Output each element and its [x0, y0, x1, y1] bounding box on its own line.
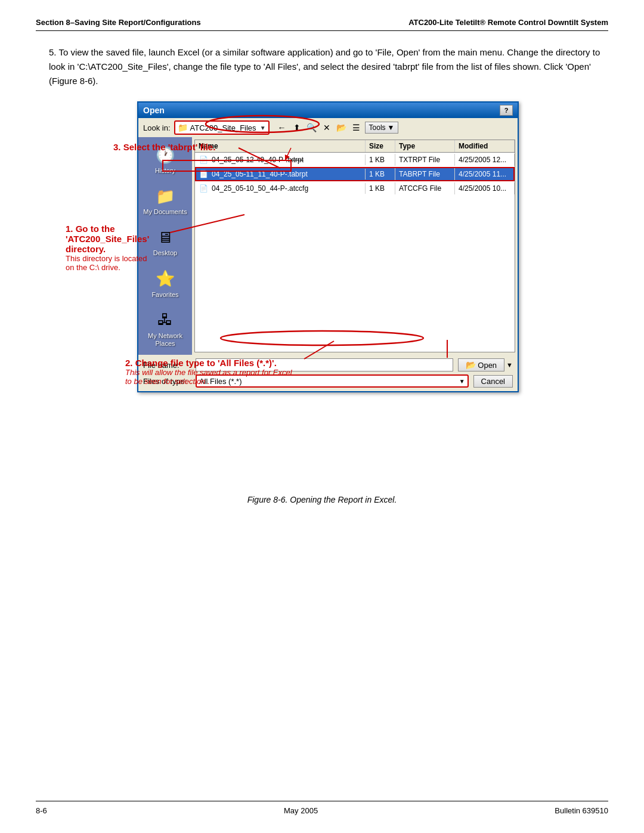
filename-text: 04_25_05-11_11_40-P-.tabrpt: [212, 170, 308, 178]
step1-path: 'ATC200_Site_Files': [66, 234, 149, 244]
footer-center: May 2005: [284, 806, 318, 815]
help-button[interactable]: ?: [500, 105, 513, 116]
tools-label: Tools: [369, 123, 386, 132]
look-in-value: ATC200_Site_Files: [190, 123, 258, 132]
open-label: Open: [478, 361, 497, 370]
step2-title: 2. Change file type to 'All Files (*.*)'…: [125, 358, 292, 368]
file-row-2[interactable]: 📄 04_25_05-10_50_44-P-.atccfg 1 KB ATCCF…: [195, 181, 515, 196]
file-row-0[interactable]: 📄 04_25_05-12-49_40-P-.txtrpt 1 KB TXTRP…: [195, 153, 515, 167]
file-type-1: TABRPT File: [395, 168, 455, 180]
file-row-icon-1: 📄: [197, 170, 209, 178]
file-list: 📄 04_25_05-12-49_40-P-.txtrpt 1 KB TXTRP…: [195, 153, 515, 352]
toolbar-icons: ← ⬆ 🔍 ✕ 📂 ☰ Tools ▼: [275, 121, 399, 134]
search-icon[interactable]: 🔍: [305, 121, 318, 134]
dialog-titlebar: Open ?: [138, 103, 518, 118]
col-size: Size: [366, 140, 395, 152]
step5-body: To view the saved file, launch Excel (or…: [49, 47, 600, 86]
header-left: Section 8–Saving Site Report/Configurati…: [36, 18, 201, 27]
place-item-my-documents[interactable]: 📁 My Documents: [141, 183, 189, 218]
col-name: Name: [195, 140, 366, 152]
file-list-header: Name Size Type Modified: [195, 140, 515, 153]
file-name-0: 04_25_05-12-49_40-P-.txtrpt: [209, 154, 366, 165]
file-name-2: 04_25_05-10_50_44-P-.atccfg: [209, 183, 366, 194]
header-right: ATC200-Lite Teletilt® Remote Control Dow…: [408, 18, 608, 27]
step1-note1: This directory is located: [66, 254, 149, 263]
delete-icon[interactable]: ✕: [320, 121, 333, 134]
main-content: 5. To view the saved file, launch Excel …: [36, 45, 608, 801]
place-label-2: Desktop: [153, 249, 177, 257]
file-row-icon-0: 📄: [197, 156, 209, 164]
annotation-area: Open ? Look in: 📁 ATC200_Site_Files ▼: [66, 101, 578, 435]
file-row-icon-2: 📄: [197, 184, 209, 193]
place-label-4: My Network Places: [143, 332, 188, 348]
step3-text: 3. Select the 'tabrpt' file.: [113, 142, 215, 152]
open-button[interactable]: 📂 Open: [458, 358, 504, 371]
file-size-0: 1 KB: [366, 154, 395, 166]
step1-annotation: 1. Go to the 'ATC200_Site_Files' directo…: [66, 224, 149, 272]
step1-title: 1. Go to the: [66, 224, 149, 234]
dialog-body: 🕐 History📁 My Documents🖥 Desktop⭐ Favori…: [138, 137, 518, 355]
step3-annotation: 3. Select the 'tabrpt' file.: [113, 142, 215, 152]
place-label-1: My Documents: [143, 208, 187, 216]
footer-right: Bulletin 639510: [555, 806, 608, 815]
place-label-3: Favorites: [151, 291, 178, 299]
page: Section 8–Saving Site Report/Configurati…: [0, 0, 644, 833]
place-icon-2: 🖥: [154, 227, 176, 248]
step2-annotation: 2. Change file type to 'All Files (*.*)'…: [125, 358, 292, 386]
filetype-arrow-icon: ▼: [459, 378, 465, 385]
step5-number: 5.: [49, 47, 57, 57]
dialog-toolbar: Look in: 📁 ATC200_Site_Files ▼ ← ⬆ 🔍 ✕ 📂: [138, 118, 518, 137]
up-icon[interactable]: ⬆: [290, 121, 304, 134]
page-header: Section 8–Saving Site Report/Configurati…: [36, 18, 608, 31]
file-size-1: 1 KB: [366, 168, 395, 180]
figure-caption: Figure 8-6. Opening the Report in Excel.: [247, 495, 397, 504]
file-type-0: TXTRPT File: [395, 154, 455, 166]
col-modified: Modified: [455, 140, 515, 152]
figure-area: Open ? Look in: 📁 ATC200_Site_Files ▼: [36, 101, 608, 504]
footer-left: 8-6: [36, 806, 47, 815]
step2-note1: This will allow the file saved as a repo…: [125, 368, 292, 377]
dialog-title: Open: [143, 106, 165, 115]
step5-text: 5. To view the saved file, launch Excel …: [49, 45, 608, 88]
step1-note2: on the C:\ drive.: [66, 263, 149, 272]
look-in-label: Look in:: [143, 123, 171, 132]
cancel-button[interactable]: Cancel: [473, 375, 513, 388]
file-modified-2: 4/25/2005 10...: [455, 182, 515, 194]
views-icon[interactable]: ☰: [350, 121, 363, 134]
file-area: Name Size Type Modified 📄 04_25_05-12-49…: [194, 140, 515, 352]
file-size-2: 1 KB: [366, 182, 395, 194]
file-modified-0: 4/25/2005 12...: [455, 154, 515, 166]
filename-text: 04_25_05-10_50_44-P-.atccfg: [212, 184, 308, 193]
place-icon-1: 📁: [154, 185, 176, 207]
place-label-0: History: [155, 167, 175, 175]
look-in-combo[interactable]: 📁 ATC200_Site_Files ▼: [174, 120, 270, 135]
filename-text: 04_25_05-12-49_40-P-.txtrpt: [212, 156, 304, 164]
tools-arrow-icon: ▼: [388, 123, 395, 132]
place-icon-4: 🖧: [154, 309, 176, 331]
step2-note2: to be seen for selection .: [125, 377, 292, 386]
tools-button[interactable]: Tools ▼: [365, 122, 399, 134]
page-footer: 8-6 May 2005 Bulletin 639510: [36, 801, 608, 815]
file-name-1: 04_25_05-11_11_40-P-.tabrpt: [209, 169, 366, 179]
open-icon: 📂: [466, 360, 476, 370]
file-type-2: ATCCFG File: [395, 182, 455, 194]
titlebar-controls: ?: [500, 105, 513, 116]
file-row-1[interactable]: 📄 04_25_05-11_11_40-P-.tabrpt 1 KB TABRP…: [195, 167, 515, 181]
folder-icon: 📁: [178, 123, 188, 132]
col-type: Type: [395, 140, 455, 152]
look-in-arrow-icon: ▼: [260, 125, 266, 131]
back-icon[interactable]: ←: [275, 121, 289, 134]
place-item-my-network-places[interactable]: 🖧 My Network Places: [141, 307, 189, 350]
new-folder-icon[interactable]: 📂: [335, 121, 348, 134]
place-icon-3: ⭐: [154, 268, 176, 290]
file-modified-1: 4/25/2005 11...: [455, 168, 515, 180]
step1-dir: directory.: [66, 244, 149, 254]
